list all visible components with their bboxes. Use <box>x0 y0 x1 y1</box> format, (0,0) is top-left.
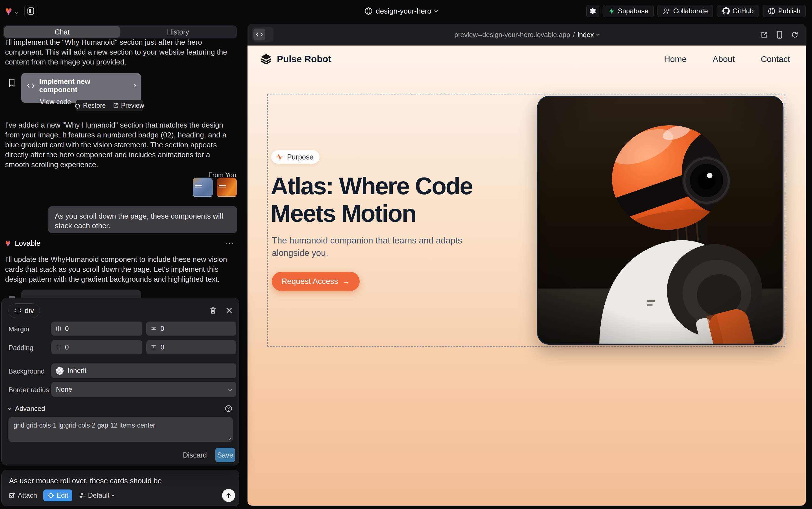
assistant-message: I'll implement the "Why Humanoid" sectio… <box>5 37 232 67</box>
padding-y-icon <box>151 345 156 350</box>
previewed-website: Pulse Robot Home About Contact Purpose A… <box>248 45 806 506</box>
border-radius-label: Border radius <box>8 386 49 394</box>
restore-button[interactable]: Restore <box>75 102 106 109</box>
collaborate-icon <box>663 8 670 15</box>
settings-button[interactable] <box>586 5 599 17</box>
help-icon[interactable] <box>225 405 232 412</box>
uploaded-image-1[interactable] <box>193 178 213 197</box>
tab-chat[interactable]: Chat <box>4 26 120 38</box>
horizontal-spacing-icon <box>56 326 61 331</box>
attach-button[interactable]: Attach <box>8 491 37 499</box>
chevron-down-icon <box>228 387 232 392</box>
transparency-swatch-icon <box>56 367 64 375</box>
discard-button[interactable]: Discard <box>183 451 207 459</box>
chevron-right-icon <box>132 84 136 88</box>
url-chevron-down-icon <box>596 33 599 36</box>
close-panel-button[interactable] <box>226 307 232 314</box>
selected-element-pill[interactable]: div <box>8 303 40 318</box>
lovable-logo-icon[interactable]: ♥ <box>5 5 12 17</box>
tab-history[interactable]: History <box>120 26 236 38</box>
chevron-down-icon <box>112 493 115 496</box>
pulse-icon <box>275 153 284 161</box>
supabase-icon <box>608 7 615 15</box>
composer-input[interactable]: As user mouse roll over, these cards sho… <box>9 476 162 485</box>
chat-composer[interactable]: As user mouse roll over, these cards sho… <box>1 470 239 506</box>
uploaded-image-2[interactable] <box>217 178 237 197</box>
border-radius-select[interactable]: None <box>51 382 236 397</box>
padding-x-input[interactable]: 0 <box>51 340 142 354</box>
chat-history-tabs: Chat History <box>3 26 237 38</box>
mode-select[interactable]: Default <box>79 491 114 499</box>
margin-x-input[interactable]: 0 <box>51 321 142 336</box>
lovable-app: ♥ design-your-hero Supabase Collaborate <box>0 0 812 509</box>
padding-y-input[interactable]: 0 <box>146 340 236 354</box>
code-view-toggle[interactable] <box>252 27 273 42</box>
globe-icon <box>365 7 372 15</box>
assistant-header: ♥ Lovable ··· <box>5 238 234 248</box>
trash-icon <box>210 307 216 314</box>
refresh-icon[interactable] <box>791 31 799 38</box>
version-actions: Restore Preview <box>76 100 143 111</box>
request-access-button[interactable]: Request Access → <box>272 272 360 291</box>
supabase-button[interactable]: Supabase <box>603 5 654 17</box>
nav-link-contact[interactable]: Contact <box>761 54 790 64</box>
assistant-message: I'll update the WhyHumanoid component to… <box>5 254 232 284</box>
code-icon <box>256 32 263 37</box>
classes-textarea[interactable]: grid grid-cols-1 lg:grid-cols-2 gap-12 i… <box>8 417 233 442</box>
arrow-right-icon: → <box>342 277 350 286</box>
url-separator: / <box>573 31 575 39</box>
user-message-bubble: As you scroll down the page, these compo… <box>48 206 237 233</box>
publish-globe-icon <box>768 7 775 15</box>
code-segment[interactable] <box>253 29 265 40</box>
hero-subtext: The humanoid companion that learns and a… <box>272 234 467 259</box>
nav-link-home[interactable]: Home <box>664 54 687 64</box>
background-input[interactable]: Inherit <box>51 363 236 378</box>
sliders-icon <box>79 492 85 499</box>
site-brand[interactable]: Pulse Robot <box>260 53 331 65</box>
hero-heading: Atlas: Where Code Meets Motion <box>271 172 514 227</box>
component-card[interactable]: Implement new component View code <box>21 73 141 103</box>
collaborate-button[interactable]: Collaborate <box>658 5 713 17</box>
message-menu-button[interactable]: ··· <box>225 239 234 248</box>
component-card-title: Implement new component <box>39 77 124 94</box>
save-button[interactable]: Save <box>215 448 235 462</box>
dashed-box-icon <box>14 307 21 314</box>
preview-button[interactable]: Preview <box>113 102 144 109</box>
publish-button[interactable]: Publish <box>763 5 806 17</box>
delete-element-button[interactable] <box>210 307 216 314</box>
logo-chevron-down-icon[interactable] <box>14 10 18 14</box>
mobile-view-icon[interactable] <box>776 31 783 39</box>
target-icon <box>47 492 54 499</box>
send-button[interactable] <box>222 489 235 502</box>
hidden-component-card <box>21 290 141 299</box>
toggle-sidebar-button[interactable] <box>24 5 37 17</box>
github-button[interactable]: GitHub <box>717 5 759 17</box>
preview-panel: preview--design-your-hero.lovable.app / … <box>248 24 806 506</box>
nav-link-about[interactable]: About <box>712 54 735 64</box>
url-page: index <box>578 31 594 39</box>
lovable-avatar-icon: ♥ <box>5 238 11 248</box>
arrow-up-icon <box>225 492 232 499</box>
vertical-spacing-icon <box>151 326 156 331</box>
advanced-chevron-icon[interactable] <box>8 406 11 410</box>
padding-x-icon <box>56 344 61 350</box>
background-label: Background <box>8 367 45 375</box>
resize-handle[interactable] <box>227 436 231 440</box>
padding-label: Padding <box>8 344 33 352</box>
preview-toolbar: preview--design-your-hero.lovable.app / … <box>248 24 806 45</box>
external-link-icon <box>113 103 119 108</box>
edit-mode-button[interactable]: Edit <box>43 489 72 501</box>
github-icon <box>723 7 730 15</box>
advanced-label[interactable]: Advanced <box>15 405 45 413</box>
restore-icon <box>75 102 81 109</box>
margin-y-input[interactable]: 0 <box>146 321 236 336</box>
url-host: preview--design-your-hero.lovable.app <box>454 31 570 39</box>
sidebar-panel-icon <box>27 7 34 15</box>
project-switcher[interactable]: design-your-hero <box>365 7 437 15</box>
preview-url[interactable]: preview--design-your-hero.lovable.app / … <box>454 31 599 39</box>
bookmark-icon[interactable] <box>8 79 15 87</box>
top-bar: ♥ design-your-hero Supabase Collaborate <box>0 0 812 22</box>
selected-element-tag: div <box>25 306 34 315</box>
project-name: design-your-hero <box>376 7 432 15</box>
open-in-new-tab-icon[interactable] <box>761 31 768 38</box>
